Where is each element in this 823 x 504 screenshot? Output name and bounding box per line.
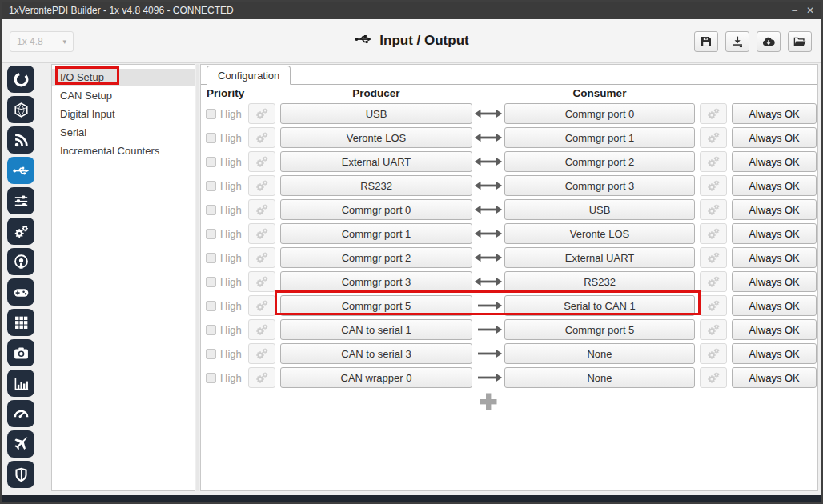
- open-folder-button[interactable]: [788, 31, 812, 52]
- device-version-dropdown: 1x 4.8 ▾: [10, 31, 74, 52]
- consumer-button[interactable]: None: [504, 367, 695, 388]
- priority-high-checkbox: [206, 133, 216, 143]
- consumer-button[interactable]: Serial to CAN 1: [504, 295, 695, 316]
- producer-settings-button: [248, 223, 275, 244]
- status-ok-button[interactable]: Always OK: [732, 343, 817, 364]
- consumer-button[interactable]: Commgr port 5: [504, 319, 695, 340]
- close-button[interactable]: ✕: [806, 2, 814, 19]
- status-ok-button[interactable]: Always OK: [732, 247, 817, 268]
- sidebar-icon-camera[interactable]: [7, 339, 34, 366]
- tab-configuration[interactable]: Configuration: [207, 66, 291, 85]
- io-rows: HighUSBCommgr port 0Always OKHighVeronte…: [201, 102, 817, 390]
- consumer-button[interactable]: USB: [504, 199, 695, 220]
- priority-high-checkbox: [206, 349, 216, 359]
- consumer-settings-button: [700, 319, 727, 340]
- io-row: HighUSBCommgr port 0Always OK: [201, 102, 817, 126]
- consumer-button[interactable]: Veronte LOS: [504, 223, 695, 244]
- consumer-button[interactable]: Commgr port 1: [504, 127, 695, 148]
- io-row: HighCAN to serial 1Commgr port 5Always O…: [201, 318, 817, 342]
- sidebar-icon-gamepad[interactable]: [7, 278, 34, 306]
- sidebar-icon-loop[interactable]: [7, 66, 34, 93]
- io-menu-panel: I/O SetupCAN SetupDigital InputSerialInc…: [51, 64, 195, 491]
- sidebar-icon-plane[interactable]: [7, 430, 34, 458]
- producer-button[interactable]: Commgr port 3: [280, 271, 472, 292]
- status-ok-button[interactable]: Always OK: [732, 199, 817, 220]
- menu-item-digital-input[interactable]: Digital Input: [52, 106, 195, 123]
- sidebar-icon-sliders[interactable]: [7, 187, 34, 214]
- status-ok-button[interactable]: Always OK: [732, 319, 817, 340]
- table-header: Priority Producer Consumer: [201, 85, 817, 102]
- status-ok-button[interactable]: Always OK: [732, 271, 817, 292]
- panel-divider: [196, 64, 199, 491]
- producer-button[interactable]: RS232: [280, 175, 472, 196]
- bidirectional-arrow-icon: [472, 229, 504, 238]
- producer-button[interactable]: Commgr port 2: [280, 247, 472, 268]
- io-row: HighRS232Commgr port 3Always OK: [201, 174, 817, 198]
- producer-button[interactable]: External UART: [280, 151, 472, 172]
- menu-item-can-setup[interactable]: CAN Setup: [52, 87, 195, 105]
- priority-high-label: High: [220, 324, 244, 336]
- sidebar-icon-shield[interactable]: [7, 461, 34, 488]
- producer-settings-button: [248, 319, 275, 340]
- producer-button[interactable]: CAN to serial 1: [280, 319, 472, 340]
- producer-settings-button: [248, 295, 275, 316]
- consumer-button[interactable]: Commgr port 3: [504, 175, 695, 196]
- io-row: HighCommgr port 2External UARTAlways OK: [201, 246, 817, 270]
- consumer-settings-button: [700, 103, 727, 124]
- sidebar-icon-hexagon-mesh[interactable]: [7, 96, 34, 123]
- producer-settings-button: [248, 175, 275, 196]
- download-button[interactable]: [725, 31, 749, 52]
- sidebar: [7, 66, 47, 488]
- consumer-button[interactable]: RS232: [504, 271, 695, 292]
- column-header-priority: Priority: [207, 87, 244, 99]
- sidebar-icon-rss[interactable]: [7, 126, 34, 154]
- consumer-button[interactable]: Commgr port 2: [504, 151, 695, 172]
- toolbar: 1x 4.8 ▾ Input / Output: [2, 19, 821, 63]
- right-arrow-icon: [472, 301, 504, 310]
- producer-button[interactable]: USB: [280, 103, 472, 124]
- status-ok-button[interactable]: Always OK: [732, 223, 817, 244]
- producer-settings-button: [248, 271, 275, 292]
- menu-item-serial[interactable]: Serial: [52, 124, 195, 142]
- consumer-button[interactable]: External UART: [504, 247, 695, 268]
- menu-item-incremental-counters[interactable]: Incremental Counters: [52, 142, 195, 160]
- status-ok-button[interactable]: Always OK: [732, 127, 817, 148]
- producer-button[interactable]: CAN to serial 3: [280, 343, 472, 364]
- minimize-button[interactable]: –: [792, 2, 797, 19]
- cloud-download-button[interactable]: [757, 31, 781, 52]
- sidebar-icon-gauge[interactable]: [7, 400, 34, 427]
- status-ok-button[interactable]: Always OK: [732, 103, 817, 124]
- priority-high-label: High: [220, 132, 244, 144]
- add-row-button[interactable]: [478, 391, 499, 412]
- consumer-settings-button: [700, 367, 727, 388]
- producer-button[interactable]: Veronte LOS: [280, 127, 472, 148]
- sidebar-icon-bar-chart[interactable]: [7, 370, 34, 397]
- io-row: HighCommgr port 0USBAlways OK: [201, 198, 817, 222]
- status-ok-button[interactable]: Always OK: [732, 151, 817, 172]
- io-row: HighExternal UARTCommgr port 2Always OK: [201, 150, 817, 174]
- consumer-settings-button: [700, 151, 727, 172]
- sidebar-icon-usb[interactable]: [7, 157, 34, 184]
- bidirectional-arrow-icon: [472, 277, 504, 286]
- producer-button[interactable]: Commgr port 1: [280, 223, 472, 244]
- save-button[interactable]: [694, 31, 718, 52]
- consumer-settings-button: [700, 247, 727, 268]
- tab-bar: Configuration: [201, 65, 817, 85]
- sidebar-icon-gears[interactable]: [7, 218, 34, 245]
- consumer-button[interactable]: None: [504, 343, 695, 364]
- sidebar-icon-grid[interactable]: [7, 309, 34, 336]
- status-ok-button[interactable]: Always OK: [732, 175, 817, 196]
- consumer-button[interactable]: Commgr port 0: [504, 103, 695, 124]
- producer-button[interactable]: Commgr port 0: [280, 199, 472, 220]
- sidebar-icon-podcast[interactable]: [7, 248, 34, 275]
- producer-settings-button: [248, 247, 275, 268]
- status-ok-button[interactable]: Always OK: [732, 295, 817, 316]
- priority-high-label: High: [220, 228, 244, 240]
- producer-button[interactable]: CAN wrapper 0: [280, 367, 472, 388]
- status-ok-button[interactable]: Always OK: [732, 367, 817, 388]
- toolbar-buttons: [694, 31, 812, 52]
- menu-item-i-o-setup[interactable]: I/O Setup: [52, 69, 195, 86]
- bidirectional-arrow-icon: [472, 157, 504, 166]
- producer-button[interactable]: Commgr port 5: [280, 295, 472, 316]
- bidirectional-arrow-icon: [472, 253, 504, 262]
